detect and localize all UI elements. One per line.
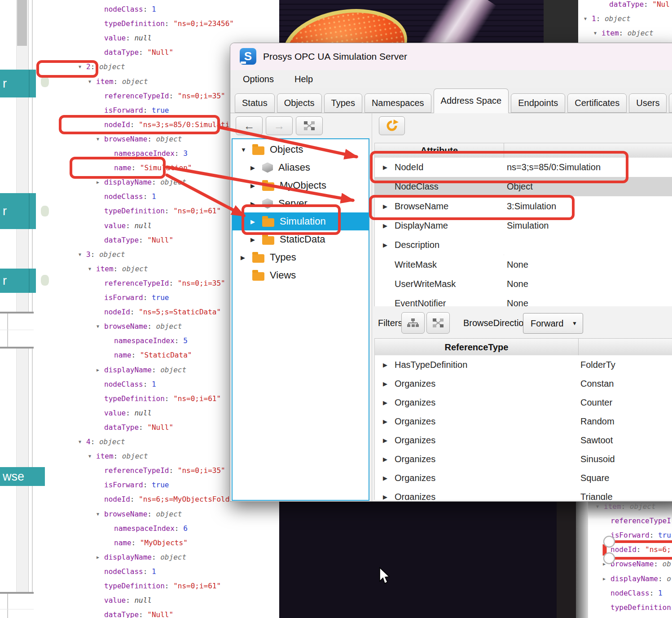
reference-row[interactable]: ▶ Organizes Square (375, 468, 672, 487)
tree-expander-icon[interactable]: ▶ (250, 218, 262, 225)
row-expander-icon[interactable]: ▶ (375, 437, 395, 444)
json-line: typeDefinition: "ns=0;i=61" (34, 579, 262, 593)
json-colon: : (165, 19, 173, 28)
reference-row[interactable]: ▶ Organizes Counter (375, 393, 672, 412)
expand-arrow-icon[interactable]: ▼ (88, 75, 96, 89)
cutoff-teal-button[interactable]: wse (0, 467, 45, 486)
tab-types[interactable]: Types (324, 93, 362, 113)
tab-endpoints[interactable]: Endpoints (511, 93, 565, 113)
row-expander-icon[interactable]: ▶ (375, 222, 395, 229)
row-expander-icon[interactable]: ▶ (375, 494, 395, 500)
row-expander-icon[interactable]: ▶ (375, 242, 395, 248)
browse-direction-dropdown[interactable]: Forward ▼ (523, 313, 583, 334)
tree-item-myobjects[interactable]: ▶ MyObjects (233, 177, 369, 194)
attribute-row-nodeclass[interactable]: ▶ NodeClass Object (375, 177, 672, 196)
expand-arrow-icon[interactable]: ▶ (603, 557, 611, 571)
reference-row[interactable]: ▶ Organizes Random (375, 412, 672, 431)
back-button[interactable]: ← (236, 116, 263, 135)
expand-arrow-icon[interactable]: ▼ (79, 435, 86, 449)
reference-type-column-header[interactable]: ReferenceType (375, 339, 579, 356)
json-colon: : (126, 409, 134, 417)
graph-view-button[interactable] (296, 116, 323, 135)
json-colon: : (114, 265, 122, 273)
tree-item-staticdata[interactable]: ▶ StaticData (233, 230, 369, 248)
attribute-row-userwritemask[interactable]: ▶ UserWriteMask None (375, 274, 672, 294)
expand-arrow-icon[interactable]: ▶ (97, 550, 104, 565)
attribute-row-writemask[interactable]: ▶ WriteMask None (375, 255, 672, 274)
reference-row[interactable]: ▶ Organizes Sinusoid (375, 450, 672, 468)
pane-divider[interactable] (372, 113, 372, 501)
row-expander-icon[interactable]: ▶ (375, 399, 395, 406)
tab-users[interactable]: Users (629, 93, 667, 113)
row-expander-icon[interactable]: ▶ (375, 380, 395, 387)
row-expander-icon[interactable]: ▶ (375, 203, 395, 210)
tab-certificates[interactable]: Certificates (567, 93, 627, 113)
tab-namespaces[interactable]: Namespaces (365, 93, 431, 113)
tab-sess[interactable]: Sess (669, 93, 672, 113)
attribute-row-description[interactable]: ▶ Description (375, 235, 672, 255)
attribute-column-header[interactable]: Attribute (375, 143, 504, 158)
reference-row[interactable]: ▶ HasTypeDefinition FolderTy (375, 355, 672, 374)
json-colon: : (169, 92, 178, 100)
tree-expander-icon[interactable]: ▶ (250, 200, 262, 207)
expand-arrow-icon[interactable]: ▶ (603, 572, 611, 586)
tree-item-objects[interactable]: ▼ Objects (233, 141, 369, 159)
tree-item-server[interactable]: ▶ Server (233, 194, 369, 212)
hierarchy-filter-button[interactable] (401, 312, 425, 334)
tree-item-simulation[interactable]: ▶ Simulation (233, 212, 369, 230)
tree-item-aliases[interactable]: ▶ Aliases (233, 159, 369, 177)
expand-arrow-icon[interactable]: ▼ (88, 262, 96, 276)
tree-expander-icon[interactable]: ▼ (241, 146, 252, 153)
expand-arrow-icon[interactable]: ▼ (584, 12, 592, 26)
row-expander-icon[interactable]: ▶ (375, 475, 395, 481)
tab-address-space[interactable]: Address Space (434, 88, 509, 113)
cutoff-teal-button[interactable]: r (0, 193, 36, 229)
menu-item-help[interactable]: Help (294, 74, 313, 84)
tree-expander-icon[interactable]: ▶ (241, 254, 252, 261)
row-expander-icon[interactable]: ▶ (375, 362, 395, 368)
cutoff-teal-button[interactable]: r (0, 70, 36, 97)
expand-arrow-icon[interactable]: ▼ (79, 247, 86, 262)
cutoff-button-label: r (0, 274, 7, 288)
expand-arrow-icon[interactable]: ▼ (97, 507, 104, 521)
json-key: nodeId (104, 495, 130, 503)
attribute-row-displayname[interactable]: ▶ DisplayName Simulation (375, 216, 672, 235)
row-expander-icon[interactable]: ▶ (375, 164, 395, 171)
expand-arrow-icon[interactable]: ▼ (97, 132, 104, 146)
attribute-row-browsename[interactable]: ▶ BrowseName 3:Simulation (375, 197, 672, 216)
tab-objects[interactable]: Objects (277, 93, 322, 113)
cutoff-teal-button[interactable]: r (0, 269, 36, 293)
window-titlebar[interactable]: S Prosys OPC UA Simulation Server (230, 43, 672, 71)
tab-status[interactable]: Status (235, 93, 275, 113)
json-key: isForward (104, 293, 143, 302)
tree-item-views[interactable]: Views (233, 266, 369, 284)
reference-row[interactable]: ▶ Organizes Triangle (375, 487, 672, 500)
left-scrollbar-thumb[interactable] (17, 0, 27, 46)
graph-filter-button[interactable] (426, 312, 450, 334)
json-colon: : (619, 29, 628, 37)
reference-row[interactable]: ▶ Organizes Sawtoot (375, 431, 672, 450)
reference-row[interactable]: ▶ Organizes Constan (375, 374, 672, 393)
expand-arrow-icon[interactable]: ▼ (88, 449, 96, 464)
avatar-circle[interactable] (35, 201, 55, 221)
tree-item-types[interactable]: ▶ Types (233, 248, 369, 266)
row-expander-icon[interactable]: ▶ (375, 418, 395, 425)
expand-arrow-icon[interactable]: ▶ (97, 363, 104, 377)
json-value: "ns=0;i=23456" (173, 19, 234, 28)
tree-expander-icon[interactable]: ▶ (250, 164, 262, 171)
tree-expander-icon[interactable]: ▶ (250, 236, 262, 243)
expand-arrow-icon[interactable]: ▼ (79, 60, 86, 74)
attribute-row-eventnotifier[interactable]: ▶ EventNotifier None (375, 294, 672, 306)
expand-arrow-icon[interactable]: ▼ (97, 319, 104, 334)
refresh-button[interactable] (379, 116, 405, 135)
forward-button[interactable]: → (266, 116, 293, 135)
expand-arrow-icon[interactable]: ▼ (594, 26, 602, 40)
expand-arrow-icon[interactable]: ▶ (97, 175, 104, 190)
menu-item-options[interactable]: Options (243, 74, 274, 84)
avatar-circle[interactable] (35, 72, 55, 92)
attribute-row-nodeid[interactable]: ▶ NodeId ns=3;s=85/0:Simulation (375, 158, 672, 177)
tree-expander-icon[interactable]: ▶ (250, 182, 262, 189)
row-expander-icon[interactable]: ▶ (375, 456, 395, 463)
prosys-logo-icon: S (240, 48, 256, 65)
avatar-circle[interactable] (35, 270, 55, 290)
